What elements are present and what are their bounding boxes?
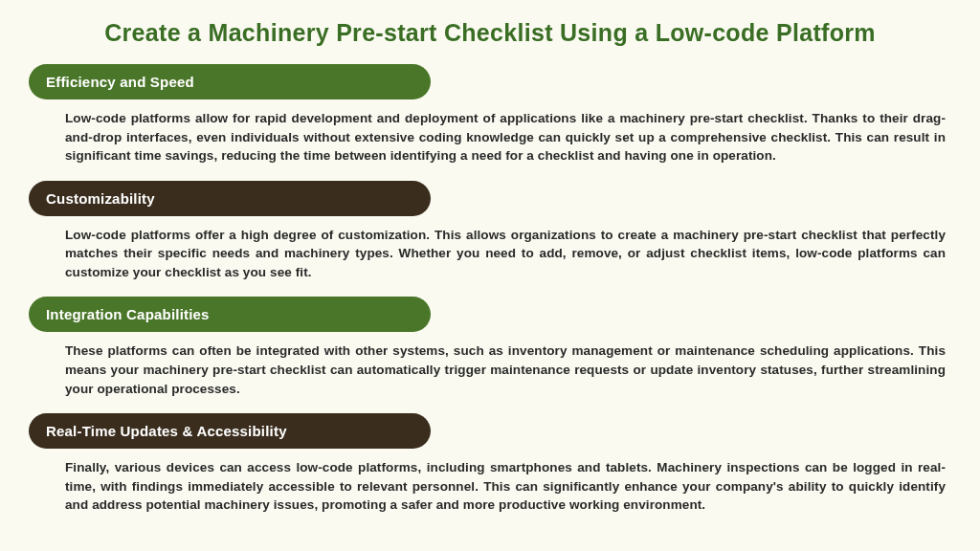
section-body: These platforms can often be integrated … [29,332,951,400]
section-realtime: Real-Time Updates & Accessibility Finall… [29,413,951,517]
section-body: Low-code platforms offer a high degree o… [29,216,951,284]
section-body: Finally, various devices can access low-… [29,449,951,517]
section-integration: Integration Capabilities These platforms… [29,297,951,400]
page-title: Create a Machinery Pre-start Checklist U… [29,19,951,47]
section-heading-pill: Real-Time Updates & Accessibility [29,413,431,449]
section-customizability: Customizability Low-code platforms offer… [29,181,951,284]
section-body: Low-code platforms allow for rapid devel… [29,99,951,167]
section-efficiency: Efficiency and Speed Low-code platforms … [29,64,951,167]
section-heading-pill: Efficiency and Speed [29,64,431,99]
section-heading-pill: Integration Capabilities [29,297,431,332]
section-heading-pill: Customizability [29,181,431,216]
